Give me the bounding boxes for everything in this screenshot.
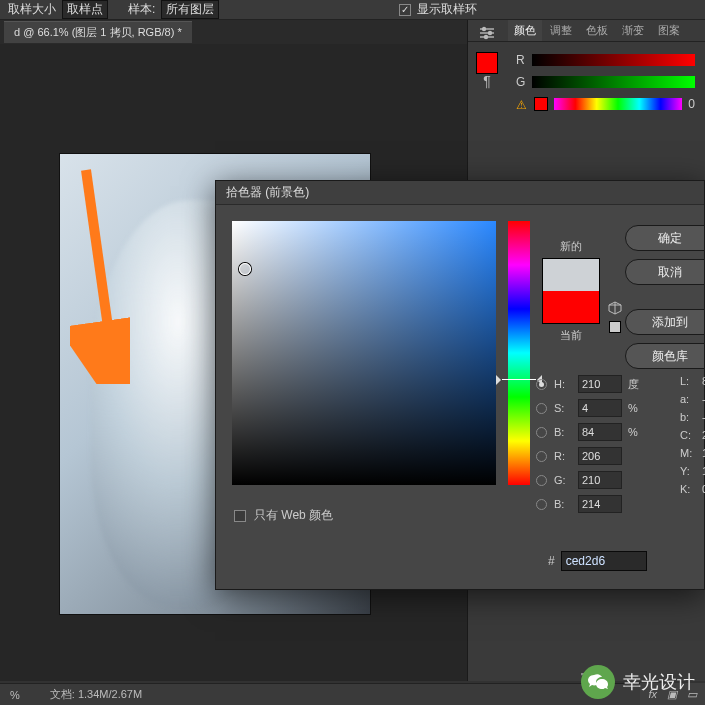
sliders-icon[interactable] bbox=[478, 26, 496, 40]
slider-r[interactable] bbox=[532, 54, 695, 66]
show-sampling-ring: ✓ 显示取样环 bbox=[399, 1, 477, 18]
cancel-button[interactable]: 取消 bbox=[625, 259, 705, 285]
hsb-rgb-fields: H:度 S:% B:% R: G: B: bbox=[536, 375, 646, 513]
gamut-swatch[interactable] bbox=[534, 97, 548, 111]
picker-title[interactable]: 拾色器 (前景色) bbox=[216, 181, 704, 205]
web-only-row: 只有 Web 颜色 bbox=[234, 507, 333, 524]
picker-buttons: 确定 取消 添加到 颜色库 bbox=[625, 225, 705, 369]
add-swatch-button[interactable]: 添加到 bbox=[625, 309, 705, 335]
radio-bv[interactable] bbox=[536, 427, 547, 438]
gamut-warning-icon: ⚠ bbox=[516, 98, 528, 110]
svg-point-6 bbox=[485, 36, 488, 39]
hex-field-row: # bbox=[548, 551, 647, 571]
radio-b[interactable] bbox=[536, 499, 547, 510]
slider-r-label: R bbox=[516, 53, 526, 67]
sample-dropdown[interactable]: 所有图层 bbox=[161, 0, 219, 19]
svg-point-5 bbox=[489, 32, 492, 35]
new-current-preview: 新的 当前 bbox=[542, 239, 600, 347]
tab-adjustments[interactable]: 调整 bbox=[544, 20, 578, 41]
hex-hash: # bbox=[548, 554, 555, 568]
field-s[interactable] bbox=[578, 399, 622, 417]
field-hex[interactable] bbox=[561, 551, 647, 571]
field-b[interactable] bbox=[578, 495, 622, 513]
slider-hue[interactable] bbox=[554, 98, 682, 110]
zoom-readout[interactable]: % bbox=[10, 689, 20, 701]
lab-cmyk-fields: L:8 a:- b:- C:2 M:1 Y:1 K:0 bbox=[662, 375, 705, 495]
slider-val: 0 bbox=[688, 97, 695, 111]
radio-r[interactable] bbox=[536, 451, 547, 462]
slider-g[interactable] bbox=[532, 76, 695, 88]
field-g[interactable] bbox=[578, 471, 622, 489]
sample-size-group: 取样大小 取样点 bbox=[8, 0, 108, 19]
hue-pointer-icon bbox=[502, 379, 536, 380]
sample-label: 样本: bbox=[128, 1, 155, 18]
gamut-indicators bbox=[608, 301, 622, 333]
field-bv[interactable] bbox=[578, 423, 622, 441]
color-picker-dialog: 拾色器 (前景色) 新的 当前 确定 取消 添加到 颜色库 H:度 bbox=[215, 180, 705, 590]
cube-icon[interactable] bbox=[608, 301, 622, 315]
sv-cursor-icon bbox=[239, 263, 251, 275]
radio-h[interactable] bbox=[536, 379, 547, 390]
tab-gradients[interactable]: 渐变 bbox=[616, 20, 650, 41]
color-panel-tabs: 颜色 调整 色板 渐变 图案 bbox=[468, 20, 705, 42]
fg-bg-swatch[interactable] bbox=[476, 52, 498, 74]
svg-point-4 bbox=[483, 28, 486, 31]
web-only-checkbox[interactable] bbox=[234, 510, 246, 522]
saturation-value-field[interactable] bbox=[232, 221, 496, 485]
options-bar: 取样大小 取样点 样本: 所有图层 ✓ 显示取样环 bbox=[0, 0, 705, 20]
preview-swatch[interactable] bbox=[542, 258, 600, 324]
field-r[interactable] bbox=[578, 447, 622, 465]
tab-color[interactable]: 颜色 bbox=[508, 20, 542, 41]
sample-size-label: 取样大小 bbox=[8, 1, 56, 18]
new-color-label: 新的 bbox=[542, 239, 600, 254]
watermark-text: 幸光设计 bbox=[623, 670, 695, 694]
nearest-swatch[interactable] bbox=[609, 321, 621, 333]
show-ring-label: 显示取样环 bbox=[417, 1, 477, 18]
watermark: ⋮ 幸光设计 bbox=[581, 665, 695, 699]
doc-size-readout: 文档: 1.34M/2.67M bbox=[50, 687, 142, 702]
ok-button[interactable]: 确定 bbox=[625, 225, 705, 251]
field-h[interactable] bbox=[578, 375, 622, 393]
radio-g[interactable] bbox=[536, 475, 547, 486]
document-tab[interactable]: d @ 66.1% (图层 1 拷贝, RGB/8) * bbox=[4, 21, 192, 43]
current-color-label: 当前 bbox=[542, 328, 600, 343]
slider-g-label: G bbox=[516, 75, 526, 89]
tab-patterns[interactable]: 图案 bbox=[652, 20, 686, 41]
wechat-icon bbox=[581, 665, 615, 699]
color-libraries-button[interactable]: 颜色库 bbox=[625, 343, 705, 369]
sample-group: 样本: 所有图层 bbox=[128, 0, 219, 19]
color-panel: R G ⚠ 0 bbox=[468, 42, 705, 128]
show-ring-checkbox[interactable]: ✓ bbox=[399, 4, 411, 16]
sample-size-dropdown[interactable]: 取样点 bbox=[62, 0, 108, 19]
web-only-label: 只有 Web 颜色 bbox=[254, 507, 333, 524]
hue-slider[interactable] bbox=[508, 221, 530, 485]
radio-s[interactable] bbox=[536, 403, 547, 414]
tab-swatches[interactable]: 色板 bbox=[580, 20, 614, 41]
